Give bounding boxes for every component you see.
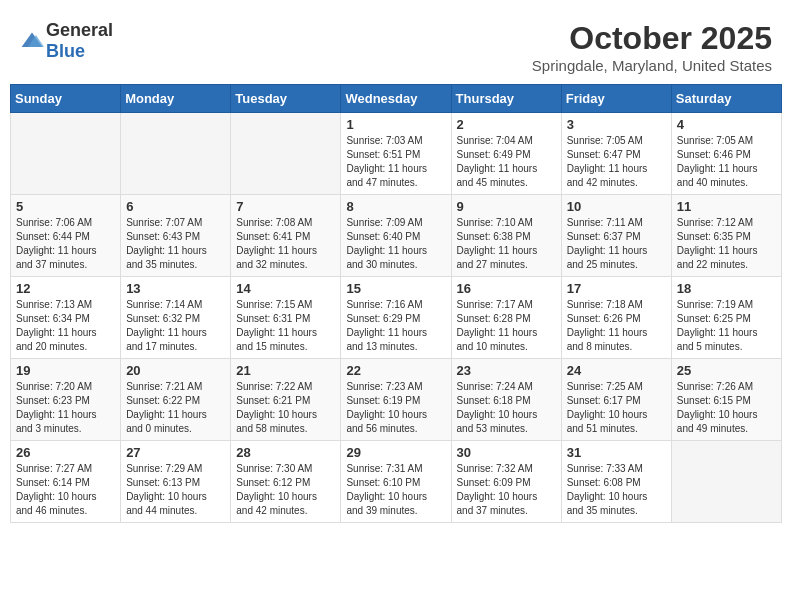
day-info: Sunrise: 7:05 AMSunset: 6:46 PMDaylight:… <box>677 134 776 190</box>
day-number: 15 <box>346 281 445 296</box>
day-number: 22 <box>346 363 445 378</box>
calendar-cell <box>231 113 341 195</box>
day-number: 11 <box>677 199 776 214</box>
day-info: Sunrise: 7:21 AMSunset: 6:22 PMDaylight:… <box>126 380 225 436</box>
day-info: Sunrise: 7:32 AMSunset: 6:09 PMDaylight:… <box>457 462 556 518</box>
calendar-cell: 11Sunrise: 7:12 AMSunset: 6:35 PMDayligh… <box>671 195 781 277</box>
calendar-cell: 30Sunrise: 7:32 AMSunset: 6:09 PMDayligh… <box>451 441 561 523</box>
calendar-cell: 20Sunrise: 7:21 AMSunset: 6:22 PMDayligh… <box>121 359 231 441</box>
day-number: 1 <box>346 117 445 132</box>
title-block: October 2025 Springdale, Maryland, Unite… <box>532 20 772 74</box>
day-number: 16 <box>457 281 556 296</box>
calendar-cell: 15Sunrise: 7:16 AMSunset: 6:29 PMDayligh… <box>341 277 451 359</box>
calendar-cell: 28Sunrise: 7:30 AMSunset: 6:12 PMDayligh… <box>231 441 341 523</box>
calendar-cell: 10Sunrise: 7:11 AMSunset: 6:37 PMDayligh… <box>561 195 671 277</box>
day-info: Sunrise: 7:13 AMSunset: 6:34 PMDaylight:… <box>16 298 115 354</box>
calendar-cell: 31Sunrise: 7:33 AMSunset: 6:08 PMDayligh… <box>561 441 671 523</box>
calendar-cell: 21Sunrise: 7:22 AMSunset: 6:21 PMDayligh… <box>231 359 341 441</box>
calendar-cell: 27Sunrise: 7:29 AMSunset: 6:13 PMDayligh… <box>121 441 231 523</box>
logo-icon <box>20 31 44 51</box>
calendar-cell: 14Sunrise: 7:15 AMSunset: 6:31 PMDayligh… <box>231 277 341 359</box>
calendar-cell: 26Sunrise: 7:27 AMSunset: 6:14 PMDayligh… <box>11 441 121 523</box>
logo-blue: Blue <box>46 41 85 61</box>
day-info: Sunrise: 7:11 AMSunset: 6:37 PMDaylight:… <box>567 216 666 272</box>
logo: General Blue <box>20 20 113 62</box>
day-number: 3 <box>567 117 666 132</box>
calendar-cell: 9Sunrise: 7:10 AMSunset: 6:38 PMDaylight… <box>451 195 561 277</box>
day-info: Sunrise: 7:30 AMSunset: 6:12 PMDaylight:… <box>236 462 335 518</box>
calendar-week-1: 1Sunrise: 7:03 AMSunset: 6:51 PMDaylight… <box>11 113 782 195</box>
calendar-cell: 25Sunrise: 7:26 AMSunset: 6:15 PMDayligh… <box>671 359 781 441</box>
logo-text: General Blue <box>46 20 113 62</box>
day-number: 27 <box>126 445 225 460</box>
calendar-cell: 1Sunrise: 7:03 AMSunset: 6:51 PMDaylight… <box>341 113 451 195</box>
calendar-cell <box>121 113 231 195</box>
day-info: Sunrise: 7:27 AMSunset: 6:14 PMDaylight:… <box>16 462 115 518</box>
day-info: Sunrise: 7:06 AMSunset: 6:44 PMDaylight:… <box>16 216 115 272</box>
day-number: 4 <box>677 117 776 132</box>
day-number: 13 <box>126 281 225 296</box>
day-info: Sunrise: 7:07 AMSunset: 6:43 PMDaylight:… <box>126 216 225 272</box>
weekday-header-friday: Friday <box>561 85 671 113</box>
logo-general: General <box>46 20 113 40</box>
day-info: Sunrise: 7:12 AMSunset: 6:35 PMDaylight:… <box>677 216 776 272</box>
day-number: 10 <box>567 199 666 214</box>
calendar-cell: 18Sunrise: 7:19 AMSunset: 6:25 PMDayligh… <box>671 277 781 359</box>
day-info: Sunrise: 7:20 AMSunset: 6:23 PMDaylight:… <box>16 380 115 436</box>
day-number: 7 <box>236 199 335 214</box>
day-number: 30 <box>457 445 556 460</box>
day-number: 12 <box>16 281 115 296</box>
day-info: Sunrise: 7:24 AMSunset: 6:18 PMDaylight:… <box>457 380 556 436</box>
weekday-header-sunday: Sunday <box>11 85 121 113</box>
weekday-header-monday: Monday <box>121 85 231 113</box>
day-number: 2 <box>457 117 556 132</box>
calendar-cell: 17Sunrise: 7:18 AMSunset: 6:26 PMDayligh… <box>561 277 671 359</box>
calendar-week-2: 5Sunrise: 7:06 AMSunset: 6:44 PMDaylight… <box>11 195 782 277</box>
day-number: 5 <box>16 199 115 214</box>
day-info: Sunrise: 7:19 AMSunset: 6:25 PMDaylight:… <box>677 298 776 354</box>
calendar-cell: 12Sunrise: 7:13 AMSunset: 6:34 PMDayligh… <box>11 277 121 359</box>
day-number: 19 <box>16 363 115 378</box>
calendar-cell <box>671 441 781 523</box>
day-info: Sunrise: 7:22 AMSunset: 6:21 PMDaylight:… <box>236 380 335 436</box>
weekday-header-thursday: Thursday <box>451 85 561 113</box>
day-number: 31 <box>567 445 666 460</box>
calendar-cell: 19Sunrise: 7:20 AMSunset: 6:23 PMDayligh… <box>11 359 121 441</box>
calendar-week-3: 12Sunrise: 7:13 AMSunset: 6:34 PMDayligh… <box>11 277 782 359</box>
day-number: 25 <box>677 363 776 378</box>
day-info: Sunrise: 7:23 AMSunset: 6:19 PMDaylight:… <box>346 380 445 436</box>
calendar-cell: 7Sunrise: 7:08 AMSunset: 6:41 PMDaylight… <box>231 195 341 277</box>
calendar-week-5: 26Sunrise: 7:27 AMSunset: 6:14 PMDayligh… <box>11 441 782 523</box>
calendar-cell: 24Sunrise: 7:25 AMSunset: 6:17 PMDayligh… <box>561 359 671 441</box>
calendar-cell: 13Sunrise: 7:14 AMSunset: 6:32 PMDayligh… <box>121 277 231 359</box>
page-header: General Blue October 2025 Springdale, Ma… <box>10 10 782 79</box>
weekday-header-tuesday: Tuesday <box>231 85 341 113</box>
day-number: 26 <box>16 445 115 460</box>
day-info: Sunrise: 7:08 AMSunset: 6:41 PMDaylight:… <box>236 216 335 272</box>
day-info: Sunrise: 7:31 AMSunset: 6:10 PMDaylight:… <box>346 462 445 518</box>
day-number: 29 <box>346 445 445 460</box>
month-title: October 2025 <box>532 20 772 57</box>
day-info: Sunrise: 7:14 AMSunset: 6:32 PMDaylight:… <box>126 298 225 354</box>
day-number: 21 <box>236 363 335 378</box>
weekday-header-row: SundayMondayTuesdayWednesdayThursdayFrid… <box>11 85 782 113</box>
day-info: Sunrise: 7:03 AMSunset: 6:51 PMDaylight:… <box>346 134 445 190</box>
day-info: Sunrise: 7:09 AMSunset: 6:40 PMDaylight:… <box>346 216 445 272</box>
day-info: Sunrise: 7:33 AMSunset: 6:08 PMDaylight:… <box>567 462 666 518</box>
day-info: Sunrise: 7:16 AMSunset: 6:29 PMDaylight:… <box>346 298 445 354</box>
day-info: Sunrise: 7:10 AMSunset: 6:38 PMDaylight:… <box>457 216 556 272</box>
day-number: 23 <box>457 363 556 378</box>
day-number: 20 <box>126 363 225 378</box>
day-number: 14 <box>236 281 335 296</box>
day-info: Sunrise: 7:26 AMSunset: 6:15 PMDaylight:… <box>677 380 776 436</box>
day-number: 9 <box>457 199 556 214</box>
calendar-cell: 23Sunrise: 7:24 AMSunset: 6:18 PMDayligh… <box>451 359 561 441</box>
calendar-table: SundayMondayTuesdayWednesdayThursdayFrid… <box>10 84 782 523</box>
calendar-cell: 4Sunrise: 7:05 AMSunset: 6:46 PMDaylight… <box>671 113 781 195</box>
calendar-cell: 16Sunrise: 7:17 AMSunset: 6:28 PMDayligh… <box>451 277 561 359</box>
calendar-cell: 2Sunrise: 7:04 AMSunset: 6:49 PMDaylight… <box>451 113 561 195</box>
day-number: 6 <box>126 199 225 214</box>
weekday-header-wednesday: Wednesday <box>341 85 451 113</box>
day-number: 8 <box>346 199 445 214</box>
calendar-cell: 5Sunrise: 7:06 AMSunset: 6:44 PMDaylight… <box>11 195 121 277</box>
